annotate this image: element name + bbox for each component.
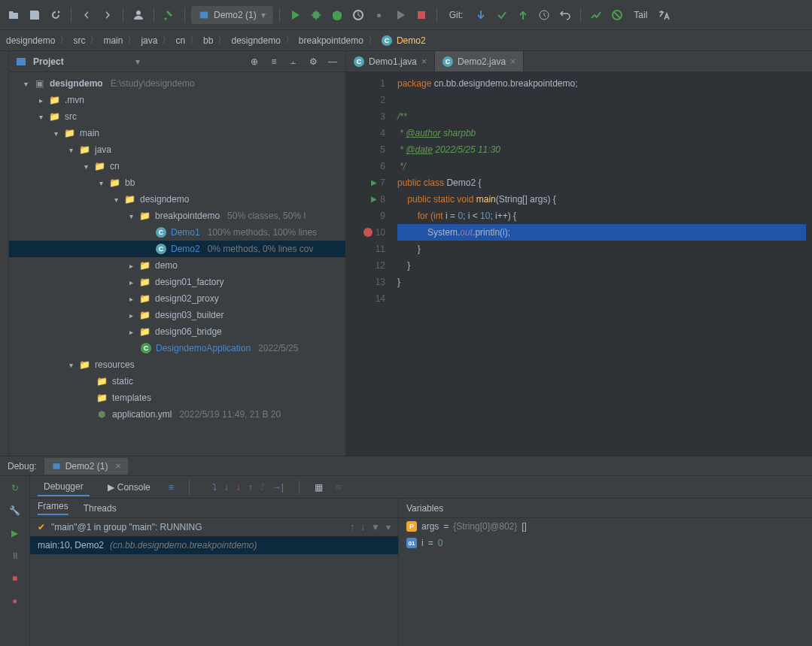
git-push-icon[interactable] [514,6,532,24]
debugger-tab[interactable]: Debugger [38,478,90,496]
breakpoint-icon[interactable] [363,228,373,237]
thread-row[interactable]: ✔ "main"@1 in group "main": RUNNING ↑ ↓ … [30,518,398,536]
gutter[interactable]: 1 2 3 4 5 6 ▶7 ▶8 9 10 11 12 13 14 [346,72,391,456]
tree-item[interactable]: ▸📁design03_builder [9,307,345,323]
settings-icon[interactable]: ⚙ [306,55,320,68]
breadcrumb-item[interactable]: designdemo [6,35,55,46]
tree-item[interactable]: ▾📁designdemo [9,191,345,208]
breadcrumb-item[interactable]: bb [203,35,213,46]
drop-frame-icon[interactable]: ⤴ [260,482,265,493]
close-icon[interactable]: × [510,56,515,67]
left-tool-strip[interactable] [0,51,9,456]
breadcrumb-item[interactable]: java [141,35,157,46]
svg-rect-4 [418,11,425,19]
run-icon[interactable] [286,6,304,24]
variable-row[interactable]: P args = {String[0]@802} [] [399,518,812,535]
tree-item[interactable]: ▾📁bb [9,174,345,191]
expand-icon[interactable]: ≡ [267,55,281,68]
more-icon[interactable]: ● [370,6,388,24]
tree-item[interactable]: ▸📁demo [9,257,345,274]
tree-item[interactable]: ▾📁main [9,125,345,141]
variable-row[interactable]: 01 i = 0 [399,535,812,551]
tree-item[interactable]: ▸📁design06_bridge [9,323,345,340]
run-config-selector[interactable]: Demo2 (1) ▾ [191,6,273,24]
save-icon[interactable] [26,6,44,24]
stocks-icon[interactable] [587,6,605,24]
tail-label[interactable]: Tail [634,10,647,20]
debug-session-tab[interactable]: Demo2 (1) × [44,458,129,475]
tree-item[interactable]: ▸📁.mvn [9,92,345,108]
more-icon[interactable]: ▾ [386,522,391,532]
code-editor[interactable]: 1 2 3 4 5 6 ▶7 ▶8 9 10 11 12 13 14 packa… [346,72,812,456]
force-step-icon[interactable]: ↓ [236,482,241,493]
breadcrumb-item[interactable]: main [103,35,123,46]
step-out-icon[interactable]: ↑ [248,482,253,493]
breadcrumb-item[interactable]: cn [175,35,185,46]
tree-item[interactable]: ▾📁cn [9,158,345,174]
collapse-icon[interactable]: ⫠ [287,55,300,68]
tree-item[interactable]: ▾📁breakpointdemo50% classes, 50% l [9,208,345,224]
tree-file[interactable]: ⬢application.yml2022/5/19 11:49, 21 B 20 [9,406,345,423]
tree-item[interactable]: ▸📁design02_proxy [9,290,345,307]
close-icon[interactable]: × [421,56,427,67]
tree-item[interactable]: ▾📁src [9,108,345,125]
filter-icon[interactable]: ▼ [371,522,380,532]
show-exec-icon[interactable]: ≡ [169,482,174,493]
hammer-icon[interactable] [160,6,178,24]
tree-item[interactable]: ▾📁resources [9,356,345,373]
editor-tab[interactable]: CDemo1.java× [346,51,435,71]
close-icon[interactable]: × [115,461,120,472]
git-update-icon[interactable] [472,6,490,24]
pause-icon[interactable]: ⏸ [8,548,23,563]
step-into-icon[interactable]: ↓ [224,482,229,493]
hide-icon[interactable]: — [326,55,339,68]
frames-tab[interactable]: Frames [38,501,68,515]
tree-item[interactable]: 📁templates [9,390,345,406]
breadcrumb-item[interactable]: src [73,35,85,46]
git-commit-icon[interactable] [493,6,511,24]
editor-tab-active[interactable]: CDemo2.java× [435,51,524,71]
threads-tab[interactable]: Threads [84,503,117,514]
run-to-cursor-icon[interactable]: →| [272,482,284,493]
breadcrumb-item[interactable]: breakpointdemo [299,35,363,46]
run-gutter-icon[interactable]: ▶ [371,174,377,191]
stop-icon[interactable] [412,6,430,24]
next-frame-icon[interactable]: ↓ [360,522,365,532]
tree-item[interactable]: 📁static [9,373,345,390]
tree-root[interactable]: ▾▣ designdemo E:\study\designdemo [9,75,345,92]
tree-file[interactable]: CDesigndemoApplication2022/5/25 [9,340,345,356]
back-icon[interactable] [78,6,96,24]
breadcrumb-item[interactable]: designdemo [231,35,280,46]
view-breakpoints-icon[interactable]: ● [8,593,23,608]
run-gutter-icon[interactable]: ▶ [371,191,377,208]
tree-file-selected[interactable]: CDemo20% methods, 0% lines cov [9,241,345,257]
open-icon[interactable] [5,6,23,24]
nosmoking-icon[interactable] [608,6,626,24]
user-icon[interactable] [129,6,147,24]
stack-frame-selected[interactable]: main:10, Demo2 (cn.bb.designdemo.breakpo… [30,536,398,554]
rerun-icon[interactable]: ↻ [8,481,23,496]
step-over-icon[interactable]: ⤵ [212,482,217,493]
git-history-icon[interactable] [535,6,553,24]
resume-icon[interactable] [391,6,409,24]
profile-icon[interactable] [349,6,367,24]
breadcrumb-current[interactable]: Demo2 [397,35,426,46]
tree-item[interactable]: ▾📁java [9,141,345,158]
debug-icon[interactable] [307,6,325,24]
git-rollback-icon[interactable] [556,6,574,24]
evaluate-icon[interactable]: ▦ [315,482,323,493]
wrench-icon[interactable]: 🔧 [8,503,23,518]
translate-icon[interactable] [655,6,673,24]
svg-rect-7 [17,58,26,65]
refresh-icon[interactable] [47,6,65,24]
tree-file[interactable]: CDemo1100% methods, 100% lines [9,224,345,241]
trace-icon[interactable]: ≋ [335,482,342,493]
console-tab[interactable]: ▶Console [102,479,157,496]
stop-icon[interactable]: ■ [8,571,23,586]
tree-item[interactable]: ▸📁design01_factory [9,274,345,290]
locate-icon[interactable]: ⊕ [248,55,261,68]
forward-icon[interactable] [99,6,117,24]
resume-icon[interactable]: ▶ [8,526,23,541]
prev-frame-icon[interactable]: ↑ [350,522,354,532]
coverage-icon[interactable] [328,6,346,24]
